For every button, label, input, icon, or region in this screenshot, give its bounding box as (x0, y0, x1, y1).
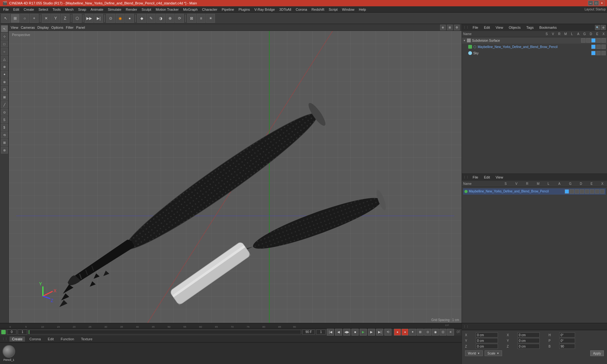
om-search[interactable]: 🔍 (595, 25, 600, 30)
vp-settings-btn[interactable]: ⚙ (454, 25, 460, 30)
vp-cameras[interactable]: Cameras (21, 26, 35, 29)
vp-expand-btn[interactable]: ⊕ (440, 25, 446, 30)
am-ctrl-2[interactable] (570, 189, 574, 194)
om-item-maybelline[interactable]: ⬡ Maybelline_New_Yorks_Define_and_Blend_… (462, 44, 607, 50)
goto-end-btn[interactable]: ▶| (376, 329, 383, 336)
left-tool-star[interactable]: ✦ (1, 71, 8, 78)
om-ctrl-dot3[interactable] (601, 38, 606, 43)
om-settings[interactable]: ⚙ (601, 25, 606, 30)
am-ctrl-4[interactable] (580, 189, 584, 194)
tool-render1[interactable]: ⊙ (106, 14, 115, 23)
om-ctrl-m-dot[interactable] (601, 45, 606, 49)
tab-function[interactable]: Function (58, 337, 77, 342)
menu-animate[interactable]: Animate (89, 7, 105, 12)
tool-circle[interactable]: ○ (20, 14, 29, 23)
prev-frame-btn[interactable]: ◀ (335, 329, 342, 336)
tool-grid[interactable]: ⊞ (11, 14, 20, 23)
world-button[interactable]: World ▼ (465, 350, 483, 356)
goto-start-btn[interactable]: |◀ (327, 329, 334, 336)
left-tool-cross[interactable]: ⊗ (1, 78, 8, 85)
menu-window[interactable]: Window (340, 7, 356, 12)
x-pos-input[interactable] (476, 332, 498, 337)
apply-button[interactable]: Apply (590, 350, 604, 356)
menu-motion-tracker[interactable]: Motion Tracker (154, 7, 181, 12)
scale-button[interactable]: Scale ▼ (485, 350, 502, 356)
play-fwd-btn[interactable]: ▶ (360, 329, 367, 336)
tool-sculpt3[interactable]: ◑ (156, 14, 165, 23)
tool-move[interactable]: ↖ (1, 14, 10, 23)
am-ctrl-1[interactable] (565, 189, 569, 194)
menu-file[interactable]: File (1, 7, 11, 12)
y-scale-input[interactable] (518, 338, 540, 343)
om-ctrl-dot2[interactable] (596, 38, 601, 43)
tool-material2[interactable]: ≡ (197, 14, 205, 23)
vp-display[interactable]: Display (37, 26, 49, 29)
left-tool-grid2[interactable]: ⊞ (1, 139, 8, 146)
menu-3dtoall[interactable]: 3DToAll (277, 7, 293, 12)
menu-sculpt[interactable]: Sculpt (140, 7, 153, 12)
tab-create[interactable]: Create (9, 337, 25, 342)
menu-redshift[interactable]: Redshift (310, 7, 326, 12)
am-ctrl-7[interactable] (595, 189, 599, 194)
b-input[interactable] (559, 344, 575, 349)
play-rev-btn[interactable]: ◀▶ (343, 329, 350, 336)
menu-create[interactable]: Create (22, 7, 36, 12)
left-tool-rotate[interactable]: ○ (1, 48, 8, 55)
left-tool-box2[interactable]: ⊠ (1, 94, 8, 100)
om-ctrl-m-s[interactable] (591, 45, 596, 49)
frame-step-input[interactable] (18, 330, 27, 335)
left-tool-scale[interactable]: □ (1, 40, 8, 47)
close-btn[interactable]: ✕ (599, 1, 604, 6)
am-ctrl-8[interactable] (600, 189, 604, 194)
om-ctrl-s[interactable] (581, 38, 586, 43)
left-tool-s[interactable]: S (1, 116, 8, 123)
vp-filter[interactable]: Filter (66, 26, 73, 29)
left-tool-rotate2[interactable]: ⟲ (1, 131, 8, 138)
left-tool-tri[interactable]: △ (1, 56, 8, 63)
menu-help[interactable]: Help (357, 7, 368, 12)
left-tool-spiro[interactable]: ⊛ (1, 147, 8, 154)
maximize-btn[interactable]: □ (594, 1, 599, 6)
tool-render3[interactable]: ● (125, 14, 134, 23)
tool-light[interactable]: ☀ (206, 14, 215, 23)
tool-sculpt2[interactable]: ✎ (147, 14, 156, 23)
left-tool-box[interactable]: ⊡ (1, 86, 8, 93)
am-ctrl-6[interactable] (590, 189, 594, 194)
vp-view[interactable]: View (11, 26, 18, 29)
am-selected-item-row[interactable]: Maybelline_New_Yorks_Define_and_Blend_Br… (463, 188, 606, 195)
left-tool-move[interactable]: ⊹ (1, 33, 8, 40)
fps-input[interactable] (316, 330, 326, 335)
om-ctrl-sky-v[interactable] (596, 51, 601, 55)
current-frame-input[interactable] (7, 330, 16, 335)
anim-ctrl1[interactable]: ✦ (409, 329, 416, 336)
tool-x[interactable]: ✕ (42, 14, 51, 23)
tab-edit[interactable]: Edit (45, 337, 56, 342)
menu-character[interactable]: Character (200, 7, 219, 12)
menu-vray[interactable]: V-Ray Bridge (253, 7, 277, 12)
p-input[interactable] (559, 338, 575, 343)
tool-sculpt4[interactable]: ⊕ (166, 14, 175, 23)
left-tool-circ[interactable]: ⊙ (1, 109, 8, 116)
tool-sculpt5[interactable]: ⟳ (175, 14, 184, 23)
menu-script[interactable]: Script (327, 7, 340, 12)
viewport[interactable]: Perspective Grid Spacing : 1 cm (9, 31, 462, 323)
om-file[interactable]: File (471, 25, 480, 30)
tab-texture[interactable]: Texture (78, 337, 95, 342)
anim-ctrl4[interactable]: ◉ (432, 329, 439, 336)
z-scale-input[interactable] (518, 344, 540, 349)
z-pos-input[interactable] (476, 344, 498, 349)
am-view[interactable]: View (494, 175, 505, 180)
tool-render2[interactable]: ◉ (116, 14, 125, 23)
om-objects[interactable]: Objects (507, 25, 522, 30)
loop-btn[interactable]: ⟲ (384, 329, 391, 336)
anim-ctrl5[interactable]: ⊡ (439, 329, 446, 336)
record2-btn[interactable]: ● (402, 329, 408, 336)
menu-mesh[interactable]: Mesh (63, 7, 76, 12)
om-ctrl-m-v[interactable] (596, 45, 601, 49)
vp-options[interactable]: Options (51, 26, 63, 29)
om-item-sky[interactable]: Sky (462, 50, 607, 56)
anim-ctrl2[interactable]: ⊞ (417, 329, 424, 336)
tool-material1[interactable]: ⊠ (187, 14, 196, 23)
timeline-scrubber[interactable] (28, 330, 301, 334)
menu-plugins[interactable]: Plugins (236, 7, 252, 12)
